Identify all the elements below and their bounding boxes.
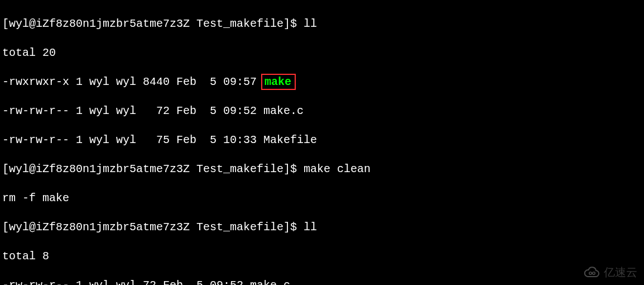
terminal-line: [wyl@iZf8z80n1jmzbr5atme7z3Z Test_makefi… — [2, 220, 642, 235]
highlight-annotation: make — [261, 74, 296, 90]
ls-row-meta: -rwxrwxr-x 1 wyl wyl 8440 Feb 5 09:57 — [2, 75, 257, 88]
terminal-line: [wyl@iZf8z80n1jmzbr5atme7z3Z Test_makefi… — [2, 17, 642, 31]
shell-prompt: [wyl@iZf8z80n1jmzbr5atme7z3Z Test_makefi… — [2, 163, 304, 175]
command-input: ll — [304, 17, 317, 30]
ls-row: -rw-rw-r-- 1 wyl wyl 75 Feb 5 10:33 Make… — [2, 133, 642, 148]
command-input: make clean — [304, 163, 371, 175]
terminal[interactable]: [wyl@iZf8z80n1jmzbr5atme7z3Z Test_makefi… — [0, 0, 644, 285]
output-total: total 20 — [2, 46, 642, 60]
ls-row: -rw-rw-r-- 1 wyl wyl 72 Feb 5 09:52 make… — [2, 278, 642, 285]
ls-row: -rw-rw-r-- 1 wyl wyl 72 Feb 5 09:52 make… — [2, 104, 642, 118]
command-input: ll — [304, 221, 317, 234]
output-rm: rm -f make — [2, 191, 642, 206]
file-make-executable: make — [265, 75, 291, 88]
shell-prompt: [wyl@iZf8z80n1jmzbr5atme7z3Z Test_makefi… — [2, 17, 304, 30]
shell-prompt: [wyl@iZf8z80n1jmzbr5atme7z3Z Test_makefi… — [2, 221, 304, 234]
output-total: total 8 — [2, 249, 642, 264]
ls-row-executable: -rwxrwxr-x 1 wyl wyl 8440 Feb 5 09:57 ma… — [2, 75, 642, 89]
terminal-line: [wyl@iZf8z80n1jmzbr5atme7z3Z Test_makefi… — [2, 162, 642, 177]
